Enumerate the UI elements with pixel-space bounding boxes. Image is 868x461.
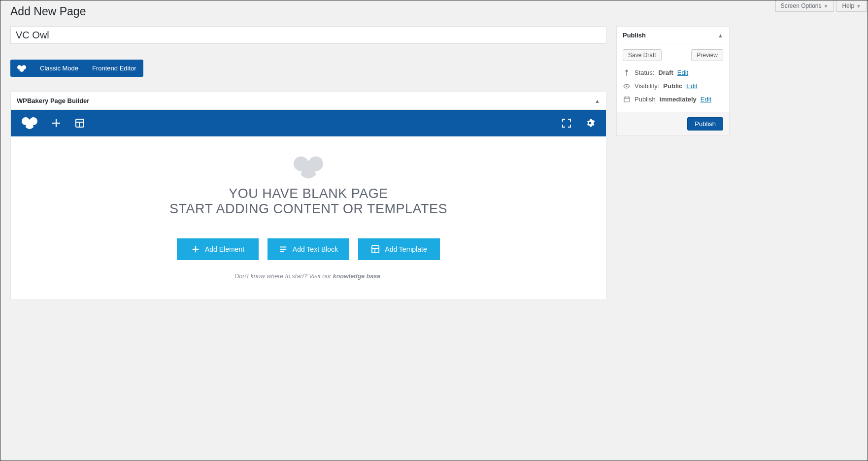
settings-gear-icon[interactable] [585, 118, 595, 128]
visibility-label: Visibility: [634, 82, 659, 90]
blank-page-line2: START ADDING CONTENT OR TEMPLATES [21, 201, 596, 217]
plus-icon [191, 245, 200, 254]
publish-value: immediately [660, 96, 697, 103]
add-element-icon[interactable] [51, 118, 61, 128]
edit-status-link[interactable]: Edit [677, 69, 688, 76]
svg-rect-16 [624, 97, 630, 102]
page-heading: Add New Page [10, 0, 730, 20]
chevron-down-icon: ▼ [824, 3, 829, 9]
add-text-block-label: Add Text Block [293, 245, 338, 253]
add-element-button[interactable]: Add Element [177, 238, 259, 260]
wpbakery-large-logo-icon [21, 156, 596, 180]
help-label: Help [842, 2, 854, 9]
page-builder-panel-title: WPBakery Page Builder [17, 97, 89, 104]
publish-box: Publish ▲ Save Draft Preview Status: Dra… [616, 26, 730, 136]
status-value: Draft [658, 69, 673, 76]
panel-toggle-icon[interactable]: ▲ [718, 33, 723, 38]
schedule-row: Publish immediately Edit [623, 93, 723, 106]
screen-options-label: Screen Options [781, 2, 822, 9]
frontend-editor-button[interactable]: Frontend Editor [85, 60, 143, 77]
save-draft-button[interactable]: Save Draft [623, 49, 662, 61]
svg-point-15 [626, 85, 627, 87]
template-icon[interactable] [75, 118, 85, 128]
chevron-down-icon: ▼ [856, 3, 861, 9]
eye-icon [623, 84, 631, 89]
add-element-label: Add Element [205, 245, 244, 253]
page-builder-panel: WPBakery Page Builder ▲ [10, 92, 606, 300]
wpbakery-logo-icon [10, 60, 33, 77]
edit-schedule-link[interactable]: Edit [701, 96, 711, 103]
builder-toolbar [11, 110, 606, 136]
visibility-value: Public [663, 82, 682, 90]
calendar-icon [623, 96, 631, 102]
fullscreen-icon[interactable] [562, 118, 571, 128]
blank-page-line1: YOU HAVE BLANK PAGE [21, 186, 596, 201]
text-lines-icon [279, 245, 288, 254]
visibility-row: Visibility: Public Edit [623, 79, 723, 93]
template-icon [371, 245, 380, 254]
publish-label: Publish [634, 96, 656, 103]
edit-visibility-link[interactable]: Edit [686, 82, 697, 90]
help-hint: Don't know where to start? Visit our kno… [21, 273, 596, 280]
add-template-button[interactable]: Add Template [358, 238, 440, 260]
status-label: Status: [634, 69, 654, 76]
panel-toggle-icon[interactable]: ▲ [595, 98, 600, 104]
publish-box-title: Publish [623, 32, 646, 39]
page-title-input[interactable] [10, 26, 606, 44]
knowledge-base-link[interactable]: knowledge base [333, 273, 381, 280]
help-prefix: Don't know where to start? Visit our [234, 273, 333, 280]
help-suffix: . [380, 273, 382, 280]
wpbakery-logo-icon [22, 117, 37, 129]
svg-point-13 [626, 69, 628, 72]
pin-icon [623, 69, 631, 76]
help-tab[interactable]: Help ▼ [836, 0, 867, 12]
svg-rect-14 [626, 72, 627, 76]
publish-button[interactable]: Publish [687, 117, 723, 131]
add-template-label: Add Template [385, 245, 427, 253]
status-row: Status: Draft Edit [623, 66, 723, 79]
screen-options-tab[interactable]: Screen Options ▼ [775, 0, 834, 12]
classic-mode-button[interactable]: Classic Mode [33, 60, 85, 77]
editor-mode-switcher: Classic Mode Frontend Editor [10, 60, 143, 77]
add-text-block-button[interactable]: Add Text Block [267, 238, 349, 260]
preview-button[interactable]: Preview [691, 49, 723, 61]
